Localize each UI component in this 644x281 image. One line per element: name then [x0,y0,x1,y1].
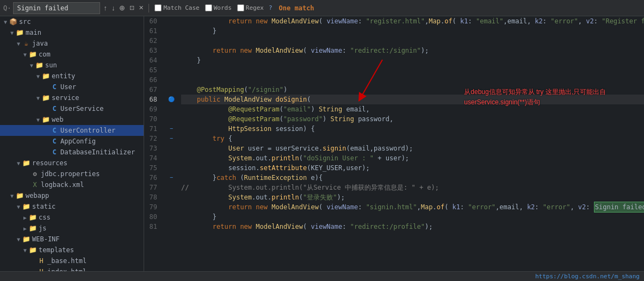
class-icon: C [50,105,59,113]
tree-item-service[interactable]: ▼ 📁 service [0,92,144,103]
expand-arrow[interactable]: ▼ [15,160,22,166]
code-line-76: }catch (RuntimeException e){ [181,173,644,183]
gutter-61 [165,26,178,36]
code-line-78: System.out.println("登录失败"); [181,192,644,202]
tree-item-templates[interactable]: ▼ 📁 templates [0,245,144,255]
line-num-81: 81 [144,222,160,232]
tree-item-sun[interactable]: ▼ 📁 sun [0,60,144,71]
expand-arrow[interactable]: ▼ [28,63,35,68]
tree-item-web[interactable]: ▼ 📁 web [0,114,144,125]
expand-arrow[interactable]: ▶ [22,215,28,221]
gutter-69 [165,104,178,114]
tree-item-logback[interactable]: X logback.xml [0,179,144,190]
line-num-61: 61 [144,26,160,36]
line-num-75: 75 [144,163,160,173]
expand-arrow[interactable]: ▼ [15,204,22,210]
tree-item-index-html[interactable]: H index.html [0,266,144,271]
expand-arrow[interactable]: ▼ [35,73,41,79]
bottom-bar: https://blog.csdn.net/m_shang [0,271,644,281]
tree-item-databaseinitializer[interactable]: C DatabaseInitializer [0,147,144,158]
tree-item-static[interactable]: ▼ 📁 static [0,201,144,212]
tree-item-base-html[interactable]: H _base.html [0,255,144,266]
regex-option[interactable]: Regex [236,4,265,12]
tree-item-webapp[interactable]: ▼ 📁 webapp [0,190,144,201]
gutter-76[interactable]: − [165,173,178,183]
line-num-63: 63 [144,46,160,55]
tree-item-entity[interactable]: ▼ 📁 entity [0,71,144,82]
expand-arrow[interactable]: ▼ [2,19,9,25]
expand-arrow [24,171,30,177]
words-option[interactable]: Words [203,4,233,12]
expand-arrow[interactable]: ▼ [22,52,28,58]
code-line-66 [181,75,644,85]
expand-arrow[interactable]: ▶ [22,226,28,232]
search-separator [148,4,149,13]
tree-item-jdbc-properties[interactable]: ⚙ jdbc.properties [0,168,144,179]
folder-icon: 📁 [28,51,37,58]
gutter-73 [165,143,178,153]
tree-item-main[interactable]: ▼ 📁 main [0,27,144,38]
gutter-77 [165,183,178,192]
line-num-71: 71 [144,124,160,134]
search-icon: Q· [3,4,11,12]
regex-checkbox[interactable] [237,4,244,11]
gutter-60 [165,16,178,26]
code-line-75: session.setAttribute(KEY_USER,user); [181,163,644,173]
line-num-74: 74 [144,153,160,163]
tree-item-usercontroller[interactable]: C UserController [0,125,144,136]
help-icon[interactable]: ? [269,4,273,11]
line-num-70: 70 [144,114,160,124]
line-num-67: 67 [144,85,160,95]
tree-item-userservice[interactable]: C UserService [0,103,144,114]
blog-url: https://blog.csdn.net/m_shang [535,273,640,280]
tree-item-user-class[interactable]: C User [0,82,144,92]
expand-arrow[interactable]: ▼ [35,95,41,101]
gutter-64 [165,55,178,65]
expand-arrow [24,182,30,188]
tree-item-com[interactable]: ▼ 📁 com [0,49,144,60]
expand-arrow[interactable]: ▼ [9,30,15,36]
line-num-60: 60 [144,16,160,26]
expand-arrow[interactable]: ▼ [9,193,15,199]
code-editor[interactable]: 60 61 62 63 64 65 66 67 68 69 70 71 72 7… [144,16,644,271]
gutter-71[interactable]: − [165,124,178,134]
line-num-66: 66 [144,75,160,85]
search-input[interactable] [13,2,100,14]
tree-item-java[interactable]: ▼ ☕ java [0,38,144,49]
code-line-81: return new ModelAndView( viewName: "redi… [181,222,644,232]
line-numbers: 60 61 62 63 64 65 66 67 68 69 70 71 72 7… [144,16,165,271]
gutter-66 [165,75,178,85]
expand-arrow[interactable]: ▼ [22,247,28,253]
expand-arrow[interactable]: ▼ [15,236,22,242]
match-case-option[interactable]: Match Case [153,4,201,12]
gutter-78 [165,192,178,202]
expand-arrow[interactable]: ▼ [35,117,41,123]
folder-icon: 📁 [22,235,30,243]
tree-item-appconfig[interactable]: C AppConfig [0,136,144,147]
gutter-79 [165,202,178,212]
line-num-78: 78 [144,192,160,202]
code-line-67: @PostMapping("/signin") [181,85,644,95]
tree-item-js[interactable]: ▶ 📁 js [0,223,144,234]
search-close-button[interactable]: ✕ [138,5,145,11]
tree-item-resources[interactable]: ▼ 📁 resources [0,158,144,168]
expand-arrow[interactable]: ▼ [15,41,22,47]
gutter-72[interactable]: − [165,134,178,143]
match-case-checkbox[interactable] [154,4,162,11]
folder-icon: 📁 [22,203,30,210]
gutter-67 [165,85,178,95]
search-prev-button[interactable]: ↑ [102,4,108,11]
search-filter-button[interactable]: ⊡ [128,5,135,11]
code-line-71: HttpSession session) { [181,124,644,134]
tree-item-webinf[interactable]: ▼ 📁 WEB-INF [0,234,144,245]
code-gutter: 🔵 − − − [165,16,178,271]
gutter-63 [165,46,178,55]
search-expand-button[interactable]: ⊕ [118,4,126,11]
tree-item-css[interactable]: ▶ 📁 css [0,212,144,223]
line-num-65: 65 [144,65,160,75]
words-checkbox[interactable] [205,4,212,11]
code-lines[interactable]: return new ModelAndView( viewName: "regi… [178,16,644,271]
code-line-64: } [181,55,644,65]
tree-item-src[interactable]: ▼ 📦 src [0,16,144,27]
search-next-button[interactable]: ↓ [110,4,116,11]
